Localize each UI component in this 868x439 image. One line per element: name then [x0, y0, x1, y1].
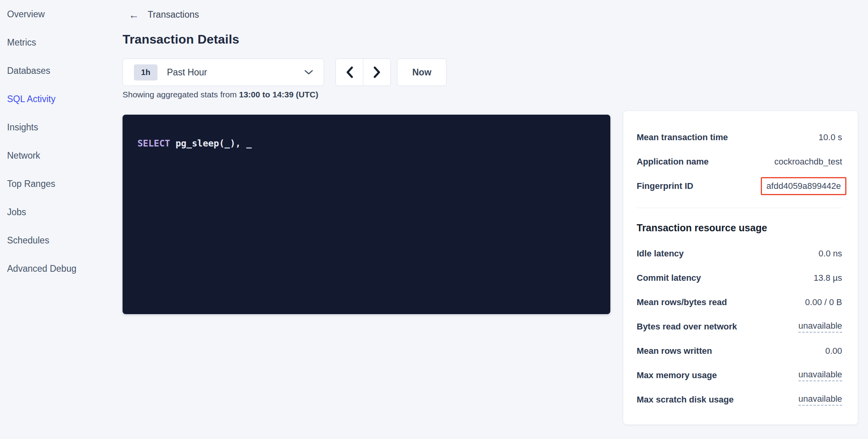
chevron-left-icon — [346, 66, 353, 78]
sidebar-item-insights[interactable]: Insights — [0, 113, 123, 141]
detail-row-idle-latency: Idle latency 0.0 ns — [637, 247, 842, 260]
chevron-down-icon — [304, 70, 313, 75]
back-button[interactable]: ← Transactions — [129, 9, 199, 20]
detail-row-mean-rows-written: Mean rows written 0.00 — [637, 344, 842, 358]
back-label: Transactions — [148, 9, 199, 20]
detail-row-mean-rows-bytes-read: Mean rows/bytes read 0.00 / 0 B — [637, 296, 842, 309]
row-value: cockroachdb_test — [775, 157, 842, 167]
row-label: Mean rows/bytes read — [637, 297, 727, 307]
row-value: 0.0 ns — [819, 249, 842, 259]
sidebar-item-top-ranges[interactable]: Top Ranges — [0, 170, 123, 198]
detail-row-mean-transaction-time: Mean transaction time 10.0 s — [637, 131, 842, 144]
time-controls: 1h Past Hour Now — [123, 59, 447, 86]
row-value: 13.8 µs — [813, 273, 842, 283]
main-content: ← Transactions Transaction Details 1h Pa… — [123, 0, 868, 439]
page-title: Transaction Details — [123, 32, 239, 47]
detail-row-max-scratch-disk-usage: Max scratch disk usage unavailable — [637, 393, 842, 406]
app-root: Overview Metrics Databases SQL Activity … — [0, 0, 868, 439]
fingerprint-highlight-box: afdd4059a899442e — [761, 177, 846, 195]
prev-range-button[interactable] — [335, 59, 363, 86]
row-value: 0.00 — [825, 346, 842, 356]
row-label: Bytes read over network — [637, 322, 737, 332]
time-range-pager — [335, 59, 391, 86]
row-label: Max memory usage — [637, 370, 717, 380]
time-range-label: Past Hour — [167, 67, 207, 78]
detail-row-bytes-read-over-network: Bytes read over network unavailable — [637, 320, 842, 333]
row-label: Commit latency — [637, 273, 701, 283]
row-label: Max scratch disk usage — [637, 395, 734, 405]
row-value-unavailable: unavailable — [798, 394, 842, 406]
stats-summary: Showing aggregated stats from 13:00 to 1… — [123, 90, 318, 99]
row-value-unavailable: unavailable — [798, 369, 842, 381]
next-range-button[interactable] — [363, 59, 391, 86]
sidebar-item-sql-activity[interactable]: SQL Activity — [0, 85, 123, 113]
resource-usage-title: Transaction resource usage — [637, 222, 842, 234]
card-divider — [637, 208, 842, 208]
detail-row-application-name: Application name cockroachdb_test — [637, 155, 842, 168]
sql-statement-box: SELECT pg_sleep(_), _ — [123, 115, 610, 314]
chevron-right-icon — [374, 66, 381, 78]
sidebar-item-metrics[interactable]: Metrics — [0, 28, 123, 57]
row-label: Application name — [637, 157, 709, 167]
sidebar-item-schedules[interactable]: Schedules — [0, 226, 123, 254]
detail-row-commit-latency: Commit latency 13.8 µs — [637, 271, 842, 285]
sql-text: pg_sleep(_), _ — [170, 138, 252, 148]
sql-keyword: SELECT — [137, 138, 170, 148]
row-label: Fingerprint ID — [637, 181, 693, 191]
sidebar-item-network[interactable]: Network — [0, 141, 123, 170]
time-range-badge: 1h — [134, 64, 157, 80]
details-card: Mean transaction time 10.0 s Application… — [623, 111, 858, 424]
row-label: Mean rows written — [637, 346, 712, 356]
time-range-dropdown[interactable]: 1h Past Hour — [123, 59, 324, 86]
sidebar-item-databases[interactable]: Databases — [0, 57, 123, 85]
row-value-unavailable: unavailable — [798, 321, 842, 333]
detail-row-max-memory-usage: Max memory usage unavailable — [637, 369, 842, 382]
stats-range: 13:00 to 14:39 (UTC) — [239, 90, 319, 99]
sidebar-item-advanced-debug[interactable]: Advanced Debug — [0, 254, 123, 283]
row-value: 0.00 / 0 B — [805, 297, 842, 307]
stats-prefix: Showing aggregated stats from — [123, 90, 239, 99]
row-label: Idle latency — [637, 249, 684, 259]
sidebar-item-jobs[interactable]: Jobs — [0, 198, 123, 226]
sidebar-item-overview[interactable]: Overview — [0, 0, 123, 28]
row-value: 10.0 s — [819, 132, 842, 143]
back-arrow-icon: ← — [129, 10, 139, 20]
row-label: Mean transaction time — [637, 132, 728, 143]
sidebar: Overview Metrics Databases SQL Activity … — [0, 0, 123, 439]
detail-row-fingerprint-id: Fingerprint ID afdd4059a899442e — [637, 179, 842, 193]
now-button[interactable]: Now — [397, 59, 447, 86]
